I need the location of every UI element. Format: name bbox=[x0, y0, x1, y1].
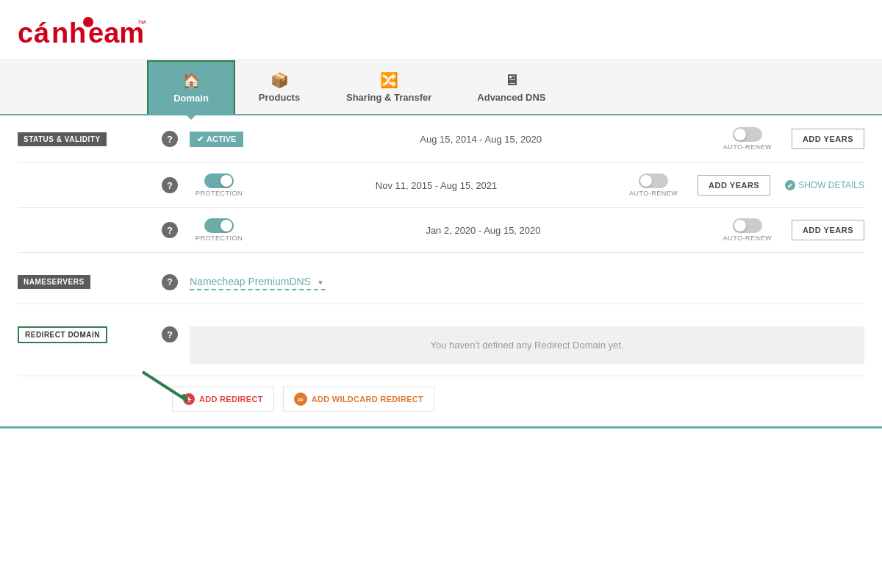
status-row-1: STATUS & VALIDITY ? ✔ ACTIVE Aug 15, 201… bbox=[18, 115, 864, 163]
redirect-empty-message: You haven't defined any Redirect Domain … bbox=[431, 340, 624, 351]
svg-text:eam: eam bbox=[88, 18, 144, 49]
products-icon: 📦 bbox=[270, 71, 289, 89]
nameservers-row: NAMESERVERS ? Namecheap PremiumDNS Custo… bbox=[18, 260, 864, 304]
auto-renew-toggle-1: AUTO-RENEW bbox=[718, 127, 777, 151]
protection-toggle-2: PROTECTION bbox=[190, 173, 248, 197]
active-badge: ✔ ACTIVE bbox=[190, 132, 243, 147]
tab-domain-label: Domain bbox=[173, 93, 209, 104]
plus-icon: + bbox=[183, 393, 195, 405]
infinity-icon: ∞ bbox=[294, 392, 307, 406]
tab-navigation: 🏠 Domain 📦 Products 🔀 Sharing & Transfer… bbox=[0, 60, 882, 115]
nameserver-select[interactable]: Namecheap PremiumDNS Custom DNS Namechea… bbox=[190, 274, 326, 290]
protection-date-range-3: Jan 2, 2020 - Aug 15, 2020 bbox=[263, 225, 703, 236]
main-content: STATUS & VALIDITY ? ✔ ACTIVE Aug 15, 201… bbox=[0, 115, 882, 426]
nameservers-label-col: NAMESERVERS bbox=[18, 275, 150, 289]
redirect-content: You haven't defined any Redirect Domain … bbox=[190, 326, 864, 364]
header: c á n h eam ™ bbox=[0, 0, 882, 60]
add-wildcard-button[interactable]: ∞ ADD WILDCARD REDIRECT bbox=[283, 387, 434, 412]
auto-renew-toggle-3: AUTO-RENEW bbox=[718, 218, 777, 242]
logo: c á n h eam ™ bbox=[18, 13, 150, 52]
protection-row-2: ? PROTECTION Nov 11, 2015 - Aug 15, 2021… bbox=[18, 163, 864, 208]
show-details-text: SHOW DETAILS bbox=[798, 180, 864, 190]
nameservers-content: Namecheap PremiumDNS Custom DNS Namechea… bbox=[190, 274, 864, 290]
add-years-button-3[interactable]: ADD YEARS bbox=[792, 220, 864, 240]
auto-renew-label-2: AUTO-RENEW bbox=[629, 190, 678, 197]
nameservers-label: NAMESERVERS bbox=[18, 275, 90, 289]
protection-label-3: PROTECTION bbox=[196, 234, 243, 242]
protection-help-icon-3[interactable]: ? bbox=[162, 222, 178, 238]
home-icon: 🏠 bbox=[182, 72, 201, 90]
tab-products-label: Products bbox=[259, 92, 300, 103]
redirect-buttons-area: + ADD REDIRECT ∞ ADD WILDCARD REDIRECT bbox=[18, 387, 864, 426]
add-wildcard-label: ADD WILDCARD REDIRECT bbox=[312, 395, 423, 404]
auto-renew-label-3: AUTO-RENEW bbox=[723, 234, 772, 242]
checkmark-icon: ✔ bbox=[197, 135, 204, 144]
add-redirect-label: ADD REDIRECT bbox=[199, 395, 263, 404]
tab-dns[interactable]: 🖥 Advanced DNS bbox=[454, 60, 568, 114]
auto-renew-switch-3[interactable] bbox=[733, 218, 762, 233]
svg-text:c: c bbox=[18, 18, 33, 49]
protection-label-2: PROTECTION bbox=[196, 190, 243, 197]
sharing-icon: 🔀 bbox=[380, 71, 398, 89]
protection-date-range-2: Nov 11, 2015 - Aug 15, 2021 bbox=[263, 180, 609, 191]
redirect-label-col: REDIRECT DOMAIN bbox=[18, 326, 150, 343]
tab-sharing-label: Sharing & Transfer bbox=[346, 92, 431, 103]
protection-switch-2[interactable] bbox=[204, 173, 234, 188]
redirect-help-icon[interactable]: ? bbox=[162, 326, 178, 343]
nameservers-help-icon[interactable]: ? bbox=[162, 274, 178, 290]
tab-sharing[interactable]: 🔀 Sharing & Transfer bbox=[323, 60, 454, 114]
status-date-range-1: Aug 15, 2014 - Aug 15, 2020 bbox=[258, 134, 703, 145]
nameserver-select-wrapper: Namecheap PremiumDNS Custom DNS Namechea… bbox=[190, 274, 326, 290]
tab-dns-label: Advanced DNS bbox=[477, 92, 545, 103]
status-label-col: STATUS & VALIDITY bbox=[18, 132, 150, 146]
dns-icon: 🖥 bbox=[504, 72, 519, 89]
add-redirect-button[interactable]: + ADD REDIRECT bbox=[172, 387, 274, 412]
show-details-link[interactable]: ✔ SHOW DETAILS bbox=[785, 180, 864, 190]
protection-row3-content: PROTECTION Jan 2, 2020 - Aug 15, 2020 AU… bbox=[190, 218, 864, 242]
show-details-circle-icon: ✔ bbox=[785, 180, 795, 190]
protection-switch-3[interactable] bbox=[204, 218, 234, 233]
active-status-text: ACTIVE bbox=[207, 135, 236, 143]
bottom-accent-line bbox=[0, 426, 882, 429]
protection-row2-content: PROTECTION Nov 11, 2015 - Aug 15, 2021 A… bbox=[190, 173, 864, 197]
add-years-button-2[interactable]: ADD YEARS bbox=[698, 175, 770, 196]
protection-help-icon-2[interactable]: ? bbox=[162, 177, 178, 193]
status-help-icon[interactable]: ? bbox=[162, 131, 178, 147]
redirect-row: REDIRECT DOMAIN ? You haven't defined an… bbox=[18, 313, 864, 376]
status-row1-content: ✔ ACTIVE Aug 15, 2014 - Aug 15, 2020 AUT… bbox=[190, 127, 864, 151]
tab-products[interactable]: 📦 Products bbox=[235, 60, 323, 114]
svg-text:n: n bbox=[51, 18, 68, 49]
tab-domain[interactable]: 🏠 Domain bbox=[147, 60, 235, 114]
auto-renew-label-1: AUTO-RENEW bbox=[723, 143, 772, 151]
add-years-button-1[interactable]: ADD YEARS bbox=[792, 129, 864, 149]
svg-text:á: á bbox=[34, 18, 50, 49]
auto-renew-switch-2[interactable] bbox=[639, 173, 668, 188]
svg-text:™: ™ bbox=[137, 18, 146, 29]
redirect-empty-box: You haven't defined any Redirect Domain … bbox=[190, 326, 864, 364]
protection-toggle-3: PROTECTION bbox=[190, 218, 248, 242]
auto-renew-toggle-2: AUTO-RENEW bbox=[624, 173, 683, 197]
auto-renew-switch-1[interactable] bbox=[733, 127, 762, 142]
protection-row-3: ? PROTECTION Jan 2, 2020 - Aug 15, 2020 … bbox=[18, 208, 864, 253]
redirect-domain-label: REDIRECT DOMAIN bbox=[18, 326, 107, 343]
status-validity-label: STATUS & VALIDITY bbox=[18, 132, 107, 146]
